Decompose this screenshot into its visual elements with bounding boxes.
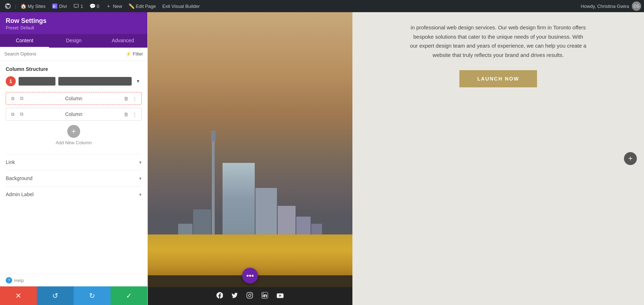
col-1-actions: 🗑 ⋮ bbox=[123, 95, 138, 102]
plus-icon: + bbox=[106, 3, 111, 9]
bottom-action-bar: ✕ ↺ ↻ ✓ bbox=[0, 286, 147, 305]
edit-page-link[interactable]: ✏️ Edit Page bbox=[126, 0, 158, 12]
settings-icon-2[interactable]: ⚙ bbox=[10, 111, 16, 117]
bubble-icon: 💬 bbox=[89, 3, 95, 9]
facebook-icon[interactable] bbox=[216, 292, 223, 300]
accordion-admin-label-header[interactable]: Admin Label ▾ bbox=[6, 192, 142, 197]
divi-icon: D bbox=[52, 3, 58, 9]
settings-icon-1[interactable]: ⚙ bbox=[10, 95, 16, 102]
divi-link[interactable]: D Divi bbox=[50, 0, 69, 12]
bubble-count: 0 bbox=[97, 4, 99, 9]
sidebar-title: Row Settings bbox=[6, 17, 142, 25]
help-row: ? Help bbox=[0, 274, 147, 286]
more-icon-2[interactable]: ⋮ bbox=[131, 111, 138, 117]
column-structure: 1 ▼ bbox=[6, 76, 142, 86]
svg-text:D: D bbox=[53, 5, 55, 8]
divi-label: Divi bbox=[59, 4, 67, 9]
column-structure-label: Column Structure bbox=[6, 66, 142, 72]
col-2-label: Column bbox=[25, 111, 123, 117]
tab-content[interactable]: Content bbox=[0, 34, 49, 48]
chevron-down-icon-admin: ▾ bbox=[139, 192, 142, 197]
edit-page-label: Edit Page bbox=[136, 4, 156, 9]
col-2-icons: ⚙ ⧉ bbox=[10, 111, 25, 117]
accordion-background-title: Background bbox=[6, 175, 33, 181]
col-1-label: Column bbox=[25, 96, 123, 101]
linkedin-icon[interactable] bbox=[262, 292, 268, 300]
copy-icon-2[interactable]: ⧉ bbox=[18, 111, 25, 117]
city-image: ••• bbox=[148, 12, 352, 305]
accordion-link-header[interactable]: Link ▾ bbox=[6, 159, 142, 165]
column-item-1: ⚙ ⧉ Column 🗑 ⋮ bbox=[6, 92, 142, 105]
new-link[interactable]: + New bbox=[103, 0, 124, 12]
content-area: ••• in professional web design services.… bbox=[148, 12, 644, 305]
ellipsis-icon: ••• bbox=[246, 272, 254, 280]
chevron-down-icon-background: ▾ bbox=[139, 176, 142, 181]
col-badge: 1 bbox=[6, 76, 16, 86]
delete-icon-1[interactable]: 🗑 bbox=[123, 95, 129, 102]
add-col-label: Add New Column bbox=[55, 140, 92, 145]
help-label: Help bbox=[14, 278, 24, 283]
search-input[interactable] bbox=[4, 51, 123, 57]
body-text: in professional web design services. Our… bbox=[409, 23, 588, 59]
accordion-background: Background ▾ bbox=[6, 170, 142, 186]
top-bar: | 🏠 My Sites D Divi 1 💬 0 + New ✏️ Edit … bbox=[0, 0, 644, 12]
top-bar-right: Howdy, Christina Gwira CG bbox=[581, 1, 641, 11]
undo-button[interactable]: ↺ bbox=[37, 286, 74, 305]
svg-point-4 bbox=[249, 294, 251, 296]
save-button[interactable]: ✓ bbox=[111, 286, 147, 305]
launch-now-button[interactable]: LAUNCH NOW bbox=[459, 70, 537, 87]
col-bar-left[interactable] bbox=[19, 77, 55, 86]
new-label: New bbox=[113, 4, 122, 9]
filter-icon: ⚡ bbox=[126, 51, 131, 57]
sidebar-header: Row Settings Preset: Default bbox=[0, 12, 147, 34]
delete-icon-2[interactable]: 🗑 bbox=[123, 111, 129, 117]
col-arrange-arrow[interactable]: ▼ bbox=[135, 78, 142, 85]
filter-label: Filter bbox=[133, 51, 143, 57]
tab-design[interactable]: Design bbox=[49, 34, 98, 48]
tab-advanced[interactable]: Advanced bbox=[98, 34, 147, 48]
copy-icon-1[interactable]: ⧉ bbox=[18, 95, 25, 102]
social-bar bbox=[148, 287, 352, 305]
add-section-button[interactable]: + bbox=[624, 152, 637, 165]
bubble-link[interactable]: 💬 0 bbox=[87, 0, 101, 12]
pencil-icon: ✏️ bbox=[128, 3, 134, 9]
sidebar-preset[interactable]: Preset: Default bbox=[6, 25, 142, 30]
accordion-background-header[interactable]: Background ▾ bbox=[6, 175, 142, 181]
comments-link[interactable]: 1 bbox=[71, 0, 85, 12]
instagram-icon[interactable] bbox=[247, 292, 253, 300]
cancel-button[interactable]: ✕ bbox=[0, 286, 37, 305]
wordpress-icon bbox=[5, 3, 11, 9]
youtube-icon[interactable] bbox=[277, 292, 284, 300]
filter-button[interactable]: ⚡ Filter bbox=[126, 51, 143, 57]
sidebar-tabs: Content Design Advanced bbox=[0, 34, 147, 48]
more-icon-1[interactable]: ⋮ bbox=[131, 95, 138, 102]
accordion-admin-label-title: Admin Label bbox=[6, 192, 34, 197]
col-1-icons: ⚙ ⧉ bbox=[10, 95, 25, 102]
howdy-text: Howdy, Christina Gwira bbox=[581, 4, 629, 9]
add-col-icon: + bbox=[67, 125, 80, 138]
home-icon: 🏠 bbox=[20, 3, 26, 9]
sidebar-content: Column Structure 1 ▼ ⚙ ⧉ Column 🗑 ⋮ bbox=[0, 60, 147, 274]
wordpress-home-link[interactable] bbox=[3, 0, 13, 12]
twitter-icon[interactable] bbox=[231, 292, 238, 300]
redo-button[interactable]: ↻ bbox=[74, 286, 111, 305]
avatar[interactable]: CG bbox=[632, 1, 641, 11]
chevron-down-icon-link: ▾ bbox=[139, 160, 142, 165]
add-new-column-button[interactable]: + Add New Column bbox=[6, 125, 142, 145]
svg-rect-3 bbox=[247, 292, 253, 298]
accordion-link: Link ▾ bbox=[6, 154, 142, 170]
exit-builder-link[interactable]: Exit Visual Builder bbox=[160, 0, 202, 12]
text-panel: in professional web design services. Our… bbox=[352, 12, 644, 305]
col-2-actions: 🗑 ⋮ bbox=[123, 111, 138, 117]
accordion-admin-label: Admin Label ▾ bbox=[6, 186, 142, 202]
svg-point-5 bbox=[251, 293, 252, 294]
column-item-2: ⚙ ⧉ Column 🗑 ⋮ bbox=[6, 108, 142, 121]
city-panel: ••• bbox=[148, 12, 352, 305]
sidebar-search: ⚡ Filter bbox=[0, 48, 147, 60]
sidebar: Row Settings Preset: Default Content Des… bbox=[0, 12, 148, 305]
comments-count: 1 bbox=[80, 4, 83, 9]
my-sites-link[interactable]: 🏠 My Sites bbox=[18, 0, 48, 12]
floating-action-button[interactable]: ••• bbox=[242, 268, 258, 284]
help-icon[interactable]: ? bbox=[6, 277, 12, 284]
col-bar-right[interactable] bbox=[58, 77, 132, 86]
